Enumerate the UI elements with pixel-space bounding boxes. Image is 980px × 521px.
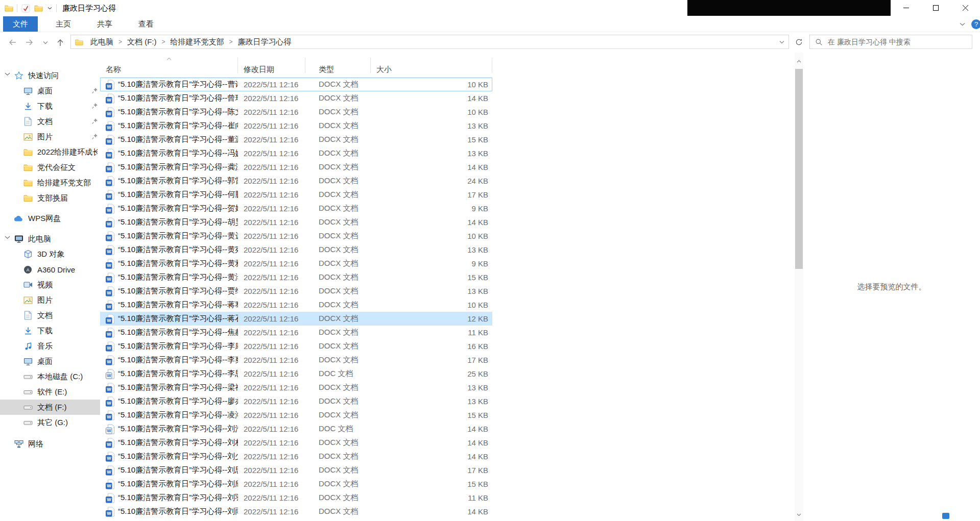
file-row[interactable]: W“5.10廉洁警示教育日”学习心得--黄泽枫2022/5/11 12:16DO… [100,270,492,284]
checkmark-qat-icon[interactable] [21,4,30,13]
file-row[interactable]: W“5.10廉洁警示教育日”学习心得--刘雨润2022/5/11 12:16DO… [100,505,492,518]
file-row[interactable]: W“5.10廉洁警示教育日”学习心得--刘思慧2022/5/11 12:16DO… [100,463,492,477]
breadcrumb-separator-icon[interactable]: > [228,38,234,45]
breadcrumb-item-3[interactable]: 廉政日学习心得 [235,37,295,47]
up-button[interactable] [53,35,67,49]
sidebar-item-14[interactable]: 图片 [0,292,100,308]
forward-button[interactable] [22,35,37,49]
file-row[interactable]: W“5.10廉洁警示教育日”学习心得--李康2022/5/11 12:16DOC… [100,339,492,353]
file-row[interactable]: W“5.10廉洁警示教育日”学习心得--焦赫霖2022/5/11 12:16DO… [100,326,492,339]
address-dropdown-icon[interactable] [775,35,788,48]
sidebar-item-15[interactable]: 文档 [0,308,100,323]
vertical-scrollbar[interactable] [795,53,803,521]
breadcrumb-separator-icon[interactable]: > [161,38,166,45]
address-input[interactable]: 此电脑>文档 (F:)>给排建环党支部>廉政日学习心得 [70,35,789,49]
qat-dropdown-icon[interactable] [46,4,53,13]
sidebar-item-4[interactable]: 图片 [0,129,100,144]
scroll-down-icon[interactable] [795,510,803,519]
file-row[interactable]: W“5.10廉洁警示教育日”学习心得--蒋石松2022/5/11 12:16DO… [100,312,492,326]
sidebar-item-17[interactable]: 音乐 [0,338,100,354]
refresh-icon[interactable] [791,35,806,49]
scrollbar-thumb[interactable] [795,69,803,269]
minimize-button[interactable] [891,0,921,16]
sidebar-item-5[interactable]: 2022给排建环成长 [0,144,100,160]
file-row[interactable]: W“5.10廉洁警示教育日”学习心得--蒋骞2022/5/11 12:16DOC… [100,298,492,312]
file-row[interactable]: W“5.10廉洁警示教育日”学习心得--黄雅琴2022/5/11 12:16DO… [100,257,492,270]
chevron-down-icon[interactable] [5,72,11,79]
sidebar-item-6[interactable]: 党代会征文 [0,160,100,175]
sidebar-item-20[interactable]: 软件 (E:) [0,384,100,400]
file-row[interactable]: W“5.10廉洁警示教育日”学习心得--黄达2022/5/11 12:16DOC… [100,229,492,243]
chevron-down-icon[interactable] [5,236,11,242]
file-row[interactable]: W“5.10廉洁警示教育日”学习心得--凌海民2022/5/11 12:16DO… [100,408,492,422]
file-row[interactable]: W“5.10廉洁警示教育日”学习心得--刘浩2022/5/11 12:16DOC… [100,422,492,436]
network-icon [14,439,23,449]
sidebar-item-23[interactable]: 网络 [0,436,100,452]
sidebar-item-21[interactable]: 文档 (F:) [0,400,100,415]
file-row[interactable]: W“5.10廉洁警示教育日”学习心得--曾珏婷2022/5/11 12:16DO… [100,91,492,105]
svg-text:W: W [107,332,111,337]
sidebar-item-10[interactable]: 此电脑 [0,231,100,246]
file-row[interactable]: W“5.10廉洁警示教育日”学习心得--何鹏涛2022/5/11 12:16DO… [100,188,492,202]
sidebar-item-11[interactable]: 3D 对象 [0,246,100,262]
sidebar-item-9[interactable]: WPS网盘 [0,211,100,226]
ribbon-tab-3[interactable]: 查看 [130,16,162,32]
column-header-0[interactable]: 名称 [100,53,238,77]
sidebar-item-13[interactable]: 视频 [0,277,100,292]
file-row[interactable]: W“5.10廉洁警示教育日”学习心得--陈文静2022/5/11 12:16DO… [100,105,492,119]
file-row[interactable]: W“5.10廉洁警示教育日”学习心得--胡昊2022/5/11 12:16DOC… [100,215,492,229]
sidebar-item-0[interactable]: 快速访问 [0,68,100,83]
column-header-3[interactable]: 大小 [371,53,492,77]
ribbon-tab-0[interactable]: 文件 [3,16,38,32]
breadcrumb-separator-icon[interactable]: > [117,38,123,45]
file-row[interactable]: W“5.10廉洁警示教育日”学习心得--李爽2022/5/11 12:16DOC… [100,353,492,367]
column-header-1[interactable]: 修改日期 [238,53,305,77]
file-row[interactable]: W“5.10廉洁警示教育日”学习心得--刘少倩2022/5/11 12:16DO… [100,450,492,463]
file-size: 17 KB [371,190,492,199]
file-row[interactable]: W“5.10廉洁警示教育日”学习心得--刘权2022/5/11 12:16DOC… [100,436,492,450]
maximize-button[interactable] [921,0,950,16]
file-row[interactable]: W“5.10廉洁警示教育日”学习心得--贾维娴2022/5/11 12:16DO… [100,284,492,298]
help-icon[interactable]: ? [971,19,980,29]
recent-locations-icon[interactable] [40,35,51,49]
ribbon-tab-1[interactable]: 主页 [47,16,79,32]
file-row[interactable]: W“5.10廉洁警示教育日”学习心得--刘羽莛2022/5/11 12:16DO… [100,491,492,505]
search-input[interactable] [827,37,972,46]
file-row[interactable]: W“5.10廉洁警示教育日”学习心得--龚江2022/5/11 12:16DOC… [100,160,492,174]
file-row[interactable]: W“5.10廉洁警示教育日”学习心得--郭雷2022/5/11 12:16DOC… [100,174,492,188]
sidebar-item-3[interactable]: 文档 [0,114,100,129]
sidebar-item-1[interactable]: 桌面 [0,83,100,98]
breadcrumb-item-1[interactable]: 文档 (F:) [124,37,160,47]
folder-qat-icon[interactable] [34,4,43,13]
breadcrumb-item-0[interactable]: 此电脑 [87,37,116,47]
ribbon-collapse-icon[interactable] [960,22,965,26]
file-row[interactable]: W“5.10廉洁警示教育日”学习心得--梁祖意2022/5/11 12:16DO… [100,381,492,394]
file-name: “5.10廉洁警示教育日”学习心得--黄泽枫 [118,272,238,282]
sidebar-item-22[interactable]: 其它 (G:) [0,415,100,430]
scroll-up-icon[interactable] [795,57,803,65]
ribbon-tab-2[interactable]: 共享 [89,16,121,32]
column-header-2[interactable]: 类型 [305,53,371,77]
file-row[interactable]: W“5.10廉洁警示教育日”学习心得--董源2022/5/11 12:16DOC… [100,133,492,146]
sidebar-item-8[interactable]: 支部换届 [0,190,100,206]
file-row[interactable]: W“5.10廉洁警示教育日”学习心得--廖亦科2022/5/11 12:16DO… [100,394,492,408]
file-row[interactable]: W“5.10廉洁警示教育日”学习心得--冯婉恩2022/5/11 12:16DO… [100,146,492,160]
file-row[interactable]: W“5.10廉洁警示教育日”学习心得--贺婷2022/5/11 12:16DOC… [100,202,492,215]
close-button[interactable] [950,0,980,16]
sidebar-item-2[interactable]: 下载 [0,98,100,114]
file-row[interactable]: W“5.10廉洁警示教育日”学习心得--曹诗诚2022/5/11 12:16DO… [100,78,492,91]
file-row[interactable]: W“5.10廉洁警示教育日”学习心得--李思怡2022/5/11 12:16DO… [100,367,492,381]
sidebar-item-12[interactable]: AA360 Drive [0,262,100,277]
sidebar-item-18[interactable]: 桌面 [0,354,100,369]
file-row[interactable]: W“5.10廉洁警示教育日”学习心得--刘欣安2022/5/11 12:16DO… [100,477,492,491]
sidebar-item-7[interactable]: 给排建环党支部 [0,175,100,190]
svg-text:W: W [107,318,111,323]
sidebar-item-label: 本地磁盘 (C:) [37,372,83,382]
file-row[interactable]: W“5.10廉洁警示教育日”学习心得--崔向可2022/5/11 12:16DO… [100,119,492,133]
sidebar-item-19[interactable]: 本地磁盘 (C:) [0,369,100,384]
word-docx-icon: W [106,176,114,186]
file-row[interactable]: W“5.10廉洁警示教育日”学习心得--黄宛璐2022/5/11 12:16DO… [100,243,492,257]
breadcrumb-item-2[interactable]: 给排建环党支部 [168,37,227,47]
sidebar-item-16[interactable]: 下载 [0,323,100,338]
back-button[interactable] [5,35,19,49]
